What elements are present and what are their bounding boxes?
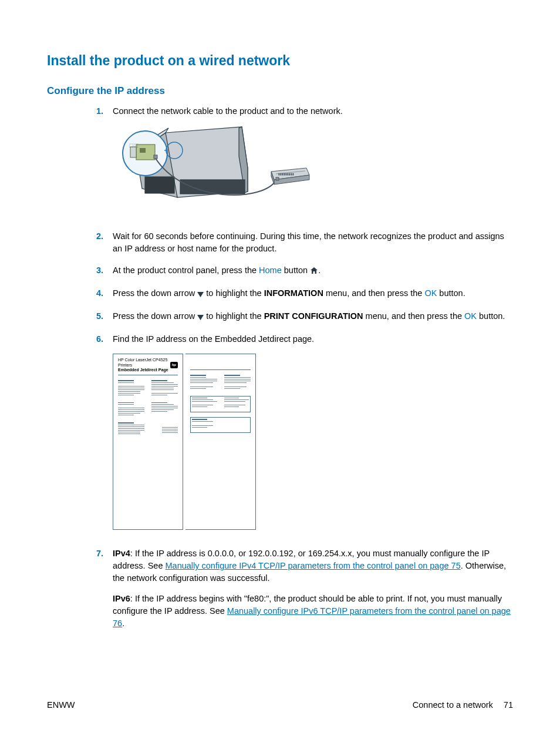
svg-text:⬚⬚: ⬚⬚ xyxy=(129,143,139,148)
svg-rect-10 xyxy=(140,148,146,153)
ok-label: OK xyxy=(464,311,477,321)
step-text: Press the down arrow to highlight the PR… xyxy=(113,310,513,324)
ipv4-label: IPv4 xyxy=(113,549,130,558)
svg-text:▮▮▮▮▮▮▮▮▮: ▮▮▮▮▮▮▮▮▮ xyxy=(278,172,294,176)
jetdirect-page-illustration: HP Color LaserJet CP4525 Printers Embedd… xyxy=(113,354,513,530)
down-arrow-icon xyxy=(197,288,204,301)
section-title: Configure the IP address xyxy=(47,85,513,97)
svg-rect-13 xyxy=(154,155,157,159)
information-menu-label: INFORMATION xyxy=(264,288,323,298)
step-7: 7. IPv4: If the IP address is 0.0.0.0, o… xyxy=(92,547,513,630)
step-text: Wait for 60 seconds before continuing. D… xyxy=(113,230,513,255)
step-number: 4. xyxy=(92,287,113,301)
step-6: 6. Find the IP address on the Embedded J… xyxy=(92,333,513,538)
home-label: Home xyxy=(259,266,282,275)
home-icon xyxy=(310,266,318,278)
svg-marker-20 xyxy=(197,292,204,297)
hp-logo-icon: hp xyxy=(170,362,178,368)
step-1: 1. Connect the network cable to the prod… xyxy=(92,105,513,221)
print-configuration-menu-label: PRINT CONFIGURATION xyxy=(264,311,363,321)
ipv6-label: IPv6 xyxy=(113,594,130,603)
svg-rect-4 xyxy=(145,177,174,193)
svg-rect-11 xyxy=(130,147,136,157)
page-number: 71 xyxy=(504,700,513,710)
step-text: At the product control panel, press the … xyxy=(113,264,513,278)
step-number: 6. xyxy=(92,333,113,538)
step-number: 7. xyxy=(92,547,113,630)
printer-network-illustration: ⬚⬚ ▮▮▮▮▮▮▮▮▮ xyxy=(113,121,513,213)
page-title: Install the product on a wired network xyxy=(47,53,513,69)
svg-rect-19 xyxy=(276,177,279,180)
down-arrow-icon xyxy=(197,311,204,324)
step-number: 1. xyxy=(92,105,113,221)
footer-left: ENWW xyxy=(47,700,75,710)
step-5: 5. Press the down arrow to highlight the… xyxy=(92,310,513,324)
step-text: Find the IP address on the Embedded Jetd… xyxy=(113,334,314,344)
step-text: Press the down arrow to highlight the IN… xyxy=(113,287,513,301)
step-number: 3. xyxy=(92,264,113,278)
step-text: Connect the network cable to the product… xyxy=(113,106,343,116)
step-2: 2. Wait for 60 seconds before continuing… xyxy=(92,230,513,255)
page-footer: ENWW Connect to a network 71 xyxy=(47,700,513,710)
svg-marker-21 xyxy=(197,315,204,320)
step-text: IPv4: If the IP address is 0.0.0.0, or 1… xyxy=(113,547,513,630)
step-3: 3. At the product control panel, press t… xyxy=(92,264,513,278)
step-4: 4. Press the down arrow to highlight the… xyxy=(92,287,513,301)
step-number: 2. xyxy=(92,230,113,255)
ok-label: OK xyxy=(424,288,437,298)
footer-section-label: Connect to a network xyxy=(413,700,493,710)
step-number: 5. xyxy=(92,310,113,324)
ipv4-manual-config-link[interactable]: Manually configure IPv4 TCP/IP parameter… xyxy=(165,561,460,570)
